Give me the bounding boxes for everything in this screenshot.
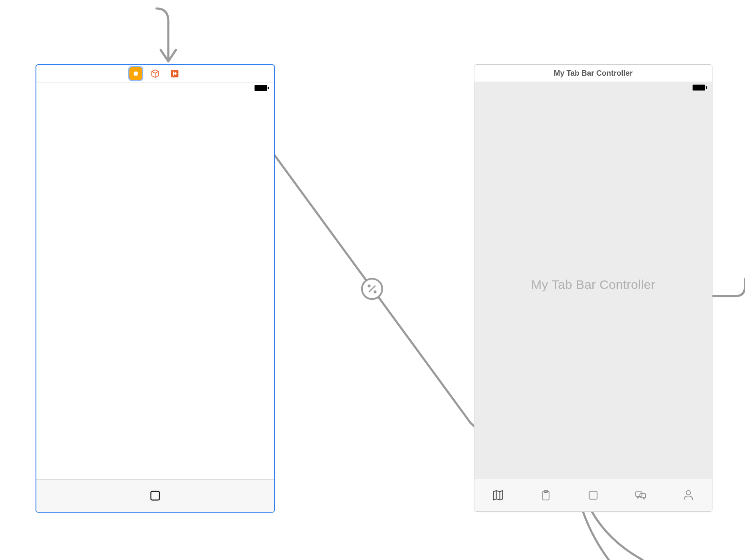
tab-item-person[interactable] — [676, 485, 701, 505]
svg-rect-8 — [589, 491, 597, 500]
view-controller-icon[interactable] — [129, 67, 142, 80]
tab-bar-controller-scene[interactable]: My Tab Bar Controller My Tab Bar Control… — [474, 64, 712, 512]
svg-point-0 — [362, 279, 382, 299]
scene-header — [36, 65, 274, 82]
scene-header: My Tab Bar Controller — [474, 65, 712, 82]
tab-bar — [474, 479, 712, 511]
storyboard-canvas[interactable]: My Tab Bar Controller My Tab Bar Control… — [0, 0, 745, 560]
square-icon — [586, 488, 600, 502]
battery-icon — [693, 85, 707, 91]
scene-body[interactable]: My Tab Bar Controller — [474, 93, 712, 479]
map-icon — [491, 488, 505, 502]
chat-icon — [633, 488, 648, 502]
tab-item-chat[interactable] — [628, 485, 653, 505]
person-icon — [681, 488, 696, 502]
tab-item-map[interactable] — [485, 485, 511, 505]
status-bar — [36, 82, 274, 93]
status-bar — [474, 82, 712, 93]
scene-title: My Tab Bar Controller — [554, 69, 633, 78]
battery-icon — [255, 85, 269, 91]
svg-rect-5 — [151, 491, 159, 500]
first-responder-icon[interactable] — [149, 67, 162, 80]
tab-item-clipboard[interactable] — [533, 485, 559, 505]
placeholder-label: My Tab Bar Controller — [474, 277, 712, 292]
initial-view-controller-scene[interactable] — [36, 64, 275, 513]
scene-body[interactable] — [36, 93, 274, 480]
svg-rect-10 — [640, 494, 646, 498]
tab-bar — [36, 479, 274, 512]
exit-icon[interactable] — [168, 67, 181, 80]
square-icon — [148, 489, 162, 503]
svg-rect-9 — [635, 492, 642, 497]
svg-point-11 — [686, 491, 690, 495]
svg-rect-3 — [134, 71, 137, 75]
svg-point-2 — [374, 291, 377, 294]
tab-item-default[interactable] — [142, 486, 168, 506]
svg-point-1 — [368, 285, 371, 288]
clipboard-icon — [539, 488, 553, 502]
tab-item-square[interactable] — [581, 485, 606, 505]
